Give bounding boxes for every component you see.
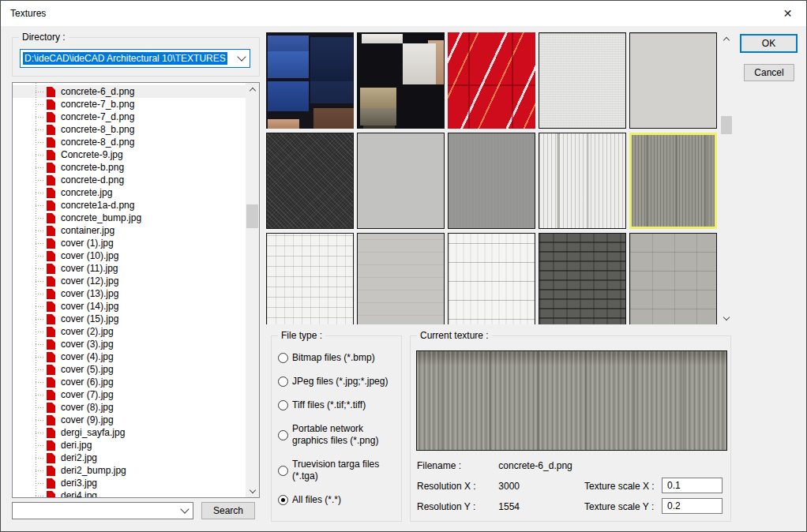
- list-item[interactable]: cover (11).jpg: [13, 262, 246, 275]
- tree-connector: [36, 433, 45, 433]
- list-item[interactable]: deri2_bump.jpg: [13, 464, 246, 477]
- list-item[interactable]: cover (7).jpg: [13, 388, 246, 401]
- texture-thumbnail-clothing-atlas-child[interactable]: [266, 32, 354, 129]
- scroll-down-icon[interactable]: [246, 485, 259, 497]
- list-item[interactable]: concrete-8_b.png: [13, 123, 246, 136]
- list-item[interactable]: concrete_bump.jpg: [13, 212, 246, 224]
- directory-combobox[interactable]: D:\ideCAD\ideCAD Architectural 10\TEXTUR…: [20, 49, 250, 68]
- radio-button-icon[interactable]: [278, 377, 288, 387]
- list-item[interactable]: cover (4).jpg: [13, 350, 246, 363]
- list-item[interactable]: cover (5).jpg: [13, 363, 246, 376]
- list-item[interactable]: cover (6).jpg: [13, 376, 246, 388]
- list-item[interactable]: cover (9).jpg: [13, 414, 246, 426]
- radio-option-label: JPeg files (*.jpg;*.jpeg): [292, 376, 388, 388]
- file-name: cover (1).jpg: [61, 238, 114, 249]
- texture-thumbnail-concrete-formwork-grid[interactable]: [266, 233, 354, 324]
- list-item[interactable]: cover (10).jpg: [13, 249, 246, 262]
- radio-option[interactable]: JPeg files (*.jpg;*.jpeg): [278, 376, 401, 388]
- file-name: cover (7).jpg: [61, 389, 114, 400]
- tree-connector: [36, 92, 45, 92]
- scroll-down-icon[interactable]: [720, 312, 733, 324]
- radio-option[interactable]: Bitmap files (*.bmp): [278, 352, 401, 364]
- radio-button-icon[interactable]: [278, 466, 288, 476]
- list-item[interactable]: concrete-d.png: [13, 174, 246, 186]
- texture-thumbnail-concrete-medium-gray[interactable]: [448, 133, 535, 229]
- texture-thumbnail-paper-speckled-light[interactable]: [539, 32, 626, 129]
- texture-scale-y-input[interactable]: [662, 498, 723, 514]
- ok-button[interactable]: OK: [740, 34, 798, 53]
- tree-connector: [36, 483, 45, 484]
- close-icon: ✕: [783, 7, 793, 20]
- tree-connector: [36, 268, 45, 269]
- file-icon: [47, 137, 55, 148]
- list-item[interactable]: deri.jpg: [13, 439, 246, 451]
- texture-thumbnail-coca-cola-cans[interactable]: [448, 32, 535, 129]
- list-item[interactable]: container.jpg: [13, 224, 246, 237]
- texture-thumbnail-concrete-dark-speckled[interactable]: [266, 133, 354, 229]
- scrollbar-thumb[interactable]: [246, 204, 258, 228]
- list-item[interactable]: concrete-b.png: [13, 161, 246, 174]
- file-name: cover (10).jpg: [61, 250, 118, 261]
- texture-thumbnail-clothing-atlas-man[interactable]: [357, 32, 445, 129]
- texture-thumbnail-concrete-light-gray[interactable]: [629, 32, 717, 129]
- list-item[interactable]: concrete-6_d.png: [13, 85, 246, 98]
- file-tree[interactable]: concrete-6_d.pngconcrete-7_b.pngconcrete…: [12, 82, 260, 498]
- cancel-button[interactable]: Cancel: [744, 64, 794, 81]
- radio-option[interactable]: All files (*.*): [278, 494, 401, 506]
- tree-connector: [36, 117, 45, 118]
- close-button[interactable]: ✕: [770, 2, 805, 25]
- search-combobox[interactable]: [12, 502, 193, 519]
- list-item[interactable]: cover (8).jpg: [13, 401, 246, 414]
- texture-thumbnail-concrete-pale-gray[interactable]: [357, 133, 445, 229]
- list-item[interactable]: cover (1).jpg: [13, 237, 246, 249]
- radio-button-icon[interactable]: [278, 495, 288, 505]
- search-input[interactable]: [13, 503, 193, 519]
- tree-connector: [36, 496, 45, 496]
- list-item[interactable]: concrete.jpg: [13, 186, 246, 199]
- scrollbar-thumb[interactable]: [721, 116, 732, 134]
- radio-button-icon[interactable]: [278, 430, 288, 440]
- tree-connector: [36, 369, 45, 370]
- list-item[interactable]: cover (12).jpg: [13, 275, 246, 287]
- list-item[interactable]: cover (15).jpg: [13, 313, 246, 325]
- texture-thumbnail-concrete-striated-white[interactable]: [539, 133, 626, 229]
- radio-button-icon[interactable]: [278, 400, 288, 410]
- radio-option[interactable]: Tiff files (*.tif;*.tiff): [278, 399, 401, 411]
- list-item[interactable]: Concrete-9.jpg: [13, 148, 246, 161]
- directory-group: Directory : D:\ideCAD\ideCAD Architectur…: [12, 37, 260, 77]
- scroll-up-icon[interactable]: [720, 32, 733, 45]
- search-button[interactable]: Search: [201, 502, 255, 519]
- list-item[interactable]: concrete-8_d.png: [13, 136, 246, 148]
- list-item[interactable]: deri3.jpg: [13, 477, 246, 489]
- list-item[interactable]: concrete1a-d.png: [13, 199, 246, 212]
- thumbnail-grid-scrollbar[interactable]: [720, 32, 733, 324]
- chevron-down-icon[interactable]: [237, 52, 246, 61]
- file-name: deri3.jpg: [61, 478, 97, 489]
- radio-option[interactable]: Portable network graphics files (*.png): [278, 423, 401, 447]
- texture-scale-x-input[interactable]: [662, 478, 723, 493]
- radio-button-icon[interactable]: [278, 353, 288, 363]
- texture-thumbnail-concrete-light-flat[interactable]: [357, 233, 445, 324]
- file-icon: [47, 289, 55, 299]
- list-item[interactable]: deri2.jpg: [13, 451, 246, 464]
- file-tree-scrollbar[interactable]: [246, 83, 259, 497]
- list-item[interactable]: cover (2).jpg: [13, 325, 246, 338]
- texture-thumbnail-concrete-blocks-gray[interactable]: [629, 233, 717, 324]
- texture-thumbnail-masonry-dark-rows[interactable]: [539, 233, 626, 324]
- list-item[interactable]: cover (3).jpg: [13, 338, 246, 350]
- file-name: concrete_bump.jpg: [61, 212, 141, 223]
- file-icon: [47, 226, 55, 236]
- texture-thumbnail-plaster-white-streaks[interactable]: [448, 233, 535, 324]
- file-icon: [47, 264, 55, 274]
- list-item[interactable]: concrete-7_d.png: [13, 111, 246, 123]
- radio-option[interactable]: Truevision targa files (*.tga): [278, 459, 401, 482]
- texture-thumbnail-concrete-striated-gray[interactable]: [629, 133, 717, 229]
- scroll-up-icon[interactable]: [246, 83, 259, 96]
- list-item[interactable]: concrete-7_b.png: [13, 98, 246, 111]
- list-item[interactable]: cover (14).jpg: [13, 300, 246, 313]
- list-item[interactable]: deri4.jpg: [13, 489, 246, 497]
- list-item[interactable]: dergi_sayfa.jpg: [13, 426, 246, 439]
- tree-connector: [36, 332, 45, 332]
- tree-connector: [36, 205, 45, 206]
- list-item[interactable]: cover (13).jpg: [13, 287, 246, 300]
